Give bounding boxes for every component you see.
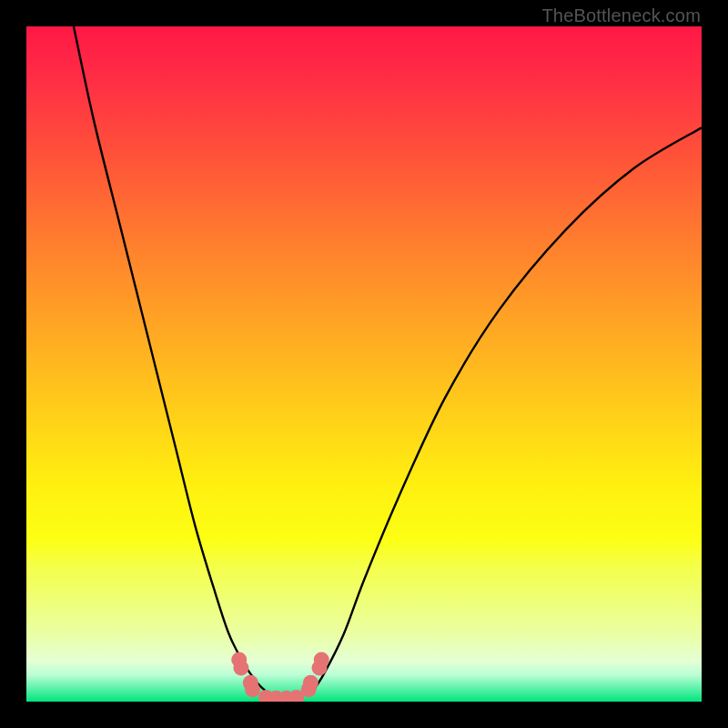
marker-dot bbox=[314, 652, 329, 667]
left-curve bbox=[74, 26, 277, 698]
marker-dot bbox=[233, 660, 248, 675]
marker-dot bbox=[245, 682, 260, 697]
watermark-text: TheBottleneck.com bbox=[541, 5, 701, 26]
chart-svg bbox=[26, 26, 702, 702]
bottom-markers bbox=[231, 652, 329, 702]
marker-dot bbox=[303, 675, 318, 691]
right-curve bbox=[310, 127, 702, 694]
